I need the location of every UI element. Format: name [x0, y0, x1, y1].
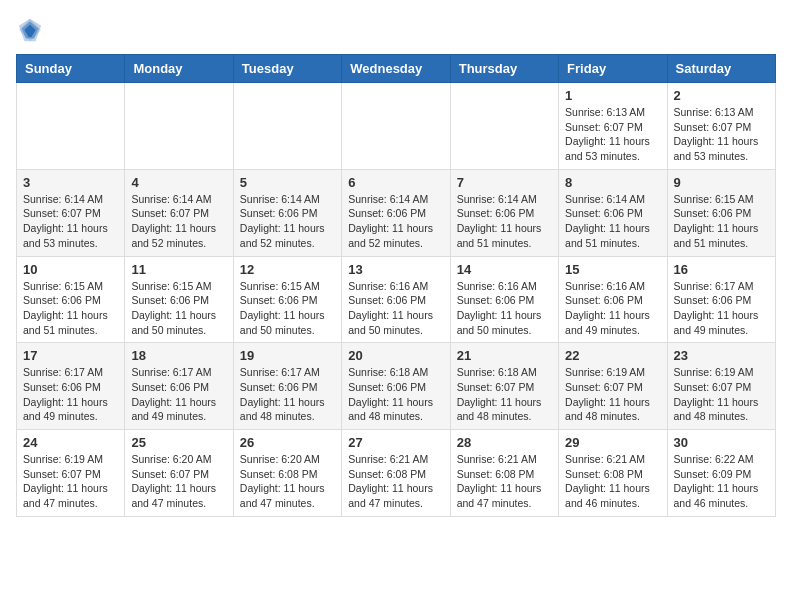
calendar-cell: 4Sunrise: 6:14 AM Sunset: 6:07 PM Daylig…: [125, 169, 233, 256]
calendar-cell: 9Sunrise: 6:15 AM Sunset: 6:06 PM Daylig…: [667, 169, 775, 256]
day-info: Sunrise: 6:19 AM Sunset: 6:07 PM Dayligh…: [565, 365, 660, 424]
day-number: 21: [457, 348, 552, 363]
calendar-cell: 14Sunrise: 6:16 AM Sunset: 6:06 PM Dayli…: [450, 256, 558, 343]
day-number: 9: [674, 175, 769, 190]
calendar-cell: 17Sunrise: 6:17 AM Sunset: 6:06 PM Dayli…: [17, 343, 125, 430]
calendar-cell: 19Sunrise: 6:17 AM Sunset: 6:06 PM Dayli…: [233, 343, 341, 430]
day-info: Sunrise: 6:15 AM Sunset: 6:06 PM Dayligh…: [131, 279, 226, 338]
weekday-header: Thursday: [450, 55, 558, 83]
calendar-cell: [342, 83, 450, 170]
day-info: Sunrise: 6:21 AM Sunset: 6:08 PM Dayligh…: [565, 452, 660, 511]
calendar-cell: 2Sunrise: 6:13 AM Sunset: 6:07 PM Daylig…: [667, 83, 775, 170]
day-info: Sunrise: 6:17 AM Sunset: 6:06 PM Dayligh…: [240, 365, 335, 424]
calendar-cell: 1Sunrise: 6:13 AM Sunset: 6:07 PM Daylig…: [559, 83, 667, 170]
day-number: 17: [23, 348, 118, 363]
calendar-week-row: 3Sunrise: 6:14 AM Sunset: 6:07 PM Daylig…: [17, 169, 776, 256]
calendar-cell: 6Sunrise: 6:14 AM Sunset: 6:06 PM Daylig…: [342, 169, 450, 256]
calendar-cell: 3Sunrise: 6:14 AM Sunset: 6:07 PM Daylig…: [17, 169, 125, 256]
calendar-cell: 21Sunrise: 6:18 AM Sunset: 6:07 PM Dayli…: [450, 343, 558, 430]
calendar-cell: [233, 83, 341, 170]
calendar-week-row: 10Sunrise: 6:15 AM Sunset: 6:06 PM Dayli…: [17, 256, 776, 343]
day-info: Sunrise: 6:17 AM Sunset: 6:06 PM Dayligh…: [131, 365, 226, 424]
weekday-header: Sunday: [17, 55, 125, 83]
calendar-table: SundayMondayTuesdayWednesdayThursdayFrid…: [16, 54, 776, 517]
day-number: 29: [565, 435, 660, 450]
calendar-cell: 7Sunrise: 6:14 AM Sunset: 6:06 PM Daylig…: [450, 169, 558, 256]
calendar-cell: 25Sunrise: 6:20 AM Sunset: 6:07 PM Dayli…: [125, 430, 233, 517]
day-number: 18: [131, 348, 226, 363]
day-number: 8: [565, 175, 660, 190]
calendar-cell: 23Sunrise: 6:19 AM Sunset: 6:07 PM Dayli…: [667, 343, 775, 430]
calendar-cell: 22Sunrise: 6:19 AM Sunset: 6:07 PM Dayli…: [559, 343, 667, 430]
day-info: Sunrise: 6:14 AM Sunset: 6:06 PM Dayligh…: [565, 192, 660, 251]
weekday-header: Tuesday: [233, 55, 341, 83]
day-info: Sunrise: 6:21 AM Sunset: 6:08 PM Dayligh…: [457, 452, 552, 511]
day-info: Sunrise: 6:13 AM Sunset: 6:07 PM Dayligh…: [674, 105, 769, 164]
day-info: Sunrise: 6:14 AM Sunset: 6:07 PM Dayligh…: [131, 192, 226, 251]
day-info: Sunrise: 6:14 AM Sunset: 6:06 PM Dayligh…: [457, 192, 552, 251]
day-number: 26: [240, 435, 335, 450]
calendar-cell: 27Sunrise: 6:21 AM Sunset: 6:08 PM Dayli…: [342, 430, 450, 517]
calendar-cell: 24Sunrise: 6:19 AM Sunset: 6:07 PM Dayli…: [17, 430, 125, 517]
calendar-cell: 16Sunrise: 6:17 AM Sunset: 6:06 PM Dayli…: [667, 256, 775, 343]
day-info: Sunrise: 6:16 AM Sunset: 6:06 PM Dayligh…: [565, 279, 660, 338]
day-info: Sunrise: 6:20 AM Sunset: 6:08 PM Dayligh…: [240, 452, 335, 511]
calendar-cell: 10Sunrise: 6:15 AM Sunset: 6:06 PM Dayli…: [17, 256, 125, 343]
day-info: Sunrise: 6:15 AM Sunset: 6:06 PM Dayligh…: [674, 192, 769, 251]
day-info: Sunrise: 6:19 AM Sunset: 6:07 PM Dayligh…: [674, 365, 769, 424]
day-number: 3: [23, 175, 118, 190]
day-info: Sunrise: 6:18 AM Sunset: 6:07 PM Dayligh…: [457, 365, 552, 424]
calendar-cell: 13Sunrise: 6:16 AM Sunset: 6:06 PM Dayli…: [342, 256, 450, 343]
day-info: Sunrise: 6:16 AM Sunset: 6:06 PM Dayligh…: [348, 279, 443, 338]
day-number: 11: [131, 262, 226, 277]
day-info: Sunrise: 6:16 AM Sunset: 6:06 PM Dayligh…: [457, 279, 552, 338]
calendar-cell: 26Sunrise: 6:20 AM Sunset: 6:08 PM Dayli…: [233, 430, 341, 517]
day-info: Sunrise: 6:21 AM Sunset: 6:08 PM Dayligh…: [348, 452, 443, 511]
calendar-cell: 30Sunrise: 6:22 AM Sunset: 6:09 PM Dayli…: [667, 430, 775, 517]
calendar-header-row: SundayMondayTuesdayWednesdayThursdayFrid…: [17, 55, 776, 83]
day-number: 22: [565, 348, 660, 363]
day-number: 23: [674, 348, 769, 363]
calendar-cell: 18Sunrise: 6:17 AM Sunset: 6:06 PM Dayli…: [125, 343, 233, 430]
calendar-cell: 5Sunrise: 6:14 AM Sunset: 6:06 PM Daylig…: [233, 169, 341, 256]
calendar-week-row: 17Sunrise: 6:17 AM Sunset: 6:06 PM Dayli…: [17, 343, 776, 430]
day-info: Sunrise: 6:20 AM Sunset: 6:07 PM Dayligh…: [131, 452, 226, 511]
day-info: Sunrise: 6:17 AM Sunset: 6:06 PM Dayligh…: [23, 365, 118, 424]
calendar-cell: [450, 83, 558, 170]
calendar-cell: 8Sunrise: 6:14 AM Sunset: 6:06 PM Daylig…: [559, 169, 667, 256]
calendar-week-row: 1Sunrise: 6:13 AM Sunset: 6:07 PM Daylig…: [17, 83, 776, 170]
calendar-cell: 15Sunrise: 6:16 AM Sunset: 6:06 PM Dayli…: [559, 256, 667, 343]
day-number: 4: [131, 175, 226, 190]
day-number: 12: [240, 262, 335, 277]
calendar-week-row: 24Sunrise: 6:19 AM Sunset: 6:07 PM Dayli…: [17, 430, 776, 517]
day-number: 30: [674, 435, 769, 450]
day-number: 28: [457, 435, 552, 450]
logo: [16, 16, 48, 44]
logo-icon: [16, 16, 44, 44]
day-info: Sunrise: 6:18 AM Sunset: 6:06 PM Dayligh…: [348, 365, 443, 424]
calendar-cell: 11Sunrise: 6:15 AM Sunset: 6:06 PM Dayli…: [125, 256, 233, 343]
day-info: Sunrise: 6:15 AM Sunset: 6:06 PM Dayligh…: [240, 279, 335, 338]
day-number: 20: [348, 348, 443, 363]
day-number: 1: [565, 88, 660, 103]
day-number: 13: [348, 262, 443, 277]
day-info: Sunrise: 6:14 AM Sunset: 6:06 PM Dayligh…: [240, 192, 335, 251]
calendar-cell: 28Sunrise: 6:21 AM Sunset: 6:08 PM Dayli…: [450, 430, 558, 517]
day-number: 24: [23, 435, 118, 450]
day-info: Sunrise: 6:13 AM Sunset: 6:07 PM Dayligh…: [565, 105, 660, 164]
day-number: 15: [565, 262, 660, 277]
day-number: 19: [240, 348, 335, 363]
weekday-header: Friday: [559, 55, 667, 83]
calendar-cell: 12Sunrise: 6:15 AM Sunset: 6:06 PM Dayli…: [233, 256, 341, 343]
day-number: 25: [131, 435, 226, 450]
day-number: 6: [348, 175, 443, 190]
calendar-cell: 29Sunrise: 6:21 AM Sunset: 6:08 PM Dayli…: [559, 430, 667, 517]
weekday-header: Monday: [125, 55, 233, 83]
day-number: 10: [23, 262, 118, 277]
day-number: 2: [674, 88, 769, 103]
day-number: 27: [348, 435, 443, 450]
day-info: Sunrise: 6:22 AM Sunset: 6:09 PM Dayligh…: [674, 452, 769, 511]
page-header: [16, 16, 776, 44]
calendar-cell: 20Sunrise: 6:18 AM Sunset: 6:06 PM Dayli…: [342, 343, 450, 430]
day-number: 14: [457, 262, 552, 277]
